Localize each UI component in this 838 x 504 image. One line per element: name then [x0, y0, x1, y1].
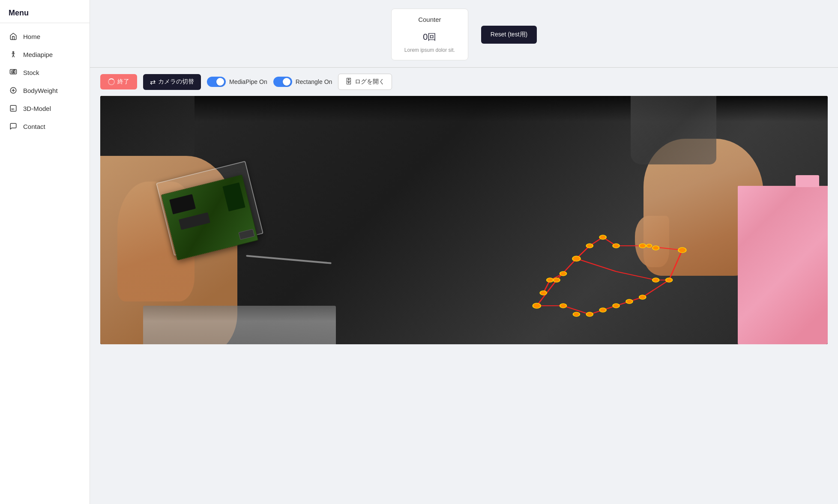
- svg-rect-6: [12, 71, 13, 73]
- sidebar-menu-label: Menu: [0, 9, 90, 23]
- stock-icon: [9, 68, 18, 77]
- textured-surface: [631, 96, 716, 164]
- svg-rect-7: [14, 70, 15, 73]
- svg-text:3D: 3D: [11, 108, 15, 110]
- sidebar-item-home[interactable]: Home: [0, 27, 90, 45]
- mediapipe-toggle-group: MediaPipe On: [207, 77, 267, 87]
- laptop-bottom: [143, 306, 336, 344]
- counter-card: Counter 0回 Lorem ipsum dolor sit.: [391, 9, 468, 60]
- mediapipe-toggle[interactable]: [207, 77, 226, 87]
- toolbar: 終了 ⇄ カメラの切替 MediaPipe On Rectangle On: [90, 68, 838, 96]
- camera-switch-button[interactable]: ⇄ カメラの切替: [143, 74, 201, 90]
- counter-title: Counter: [404, 16, 455, 23]
- sidebar-item-stock[interactable]: Stock: [0, 63, 90, 81]
- swap-icon: ⇄: [150, 78, 156, 86]
- pink-paper: [738, 186, 828, 344]
- sidebar: Menu Home Mediapipe Stock B: [0, 0, 90, 504]
- 3d-icon: 3D: [9, 104, 18, 113]
- sidebar-item-bodyweight[interactable]: BodyWeight: [0, 81, 90, 99]
- log-button[interactable]: 🗄 ログを開く: [338, 74, 392, 90]
- sidebar-item-contact[interactable]: Contact: [0, 117, 90, 135]
- dark-top: [100, 96, 828, 122]
- person-icon: [9, 50, 18, 59]
- main-content: Counter 0回 Lorem ipsum dolor sit. Reset …: [90, 0, 838, 504]
- sidebar-item-mediapipe[interactable]: Mediapipe: [0, 45, 90, 63]
- counter-area: Counter 0回 Lorem ipsum dolor sit. Reset …: [90, 0, 838, 67]
- sidebar-item-3d-model[interactable]: 3D 3D-Model: [0, 99, 90, 117]
- reset-button[interactable]: Reset (test用): [481, 26, 537, 44]
- rectangle-toggle-group: Rectangle On: [273, 77, 332, 87]
- home-icon: [9, 32, 18, 41]
- svg-line-4: [13, 55, 14, 57]
- video-feed: [100, 96, 828, 344]
- rectangle-toggle[interactable]: [273, 77, 292, 87]
- log-icon: 🗄: [345, 78, 352, 86]
- spinner-icon: [108, 78, 115, 85]
- chat-icon: [9, 122, 18, 131]
- bodyweight-icon: [9, 86, 18, 95]
- counter-sub: Lorem ipsum dolor sit.: [404, 47, 455, 53]
- counter-value: 0回: [404, 26, 455, 44]
- video-container: [100, 96, 828, 344]
- stop-button[interactable]: 終了: [100, 74, 137, 89]
